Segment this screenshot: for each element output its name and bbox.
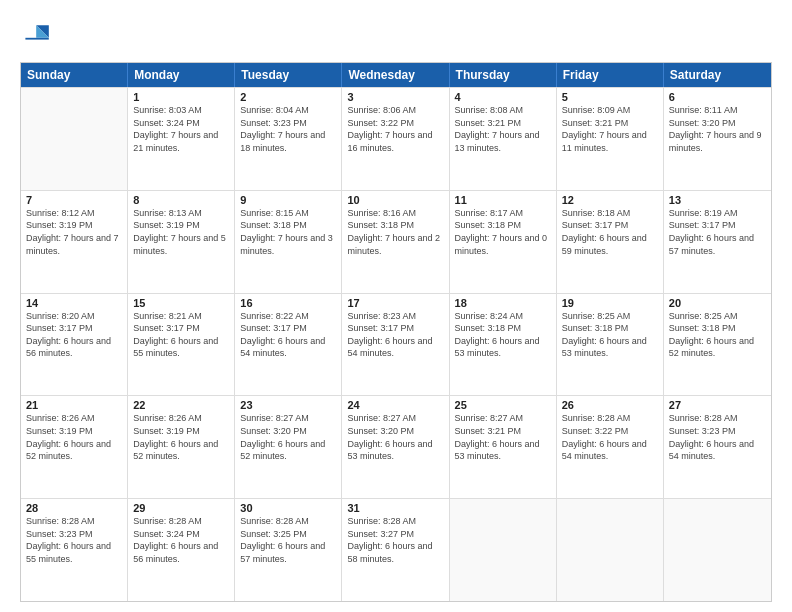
sunrise-line: Sunrise: 8:18 AM	[562, 207, 658, 220]
sunset-line: Sunset: 3:20 PM	[347, 425, 443, 438]
daylight-line: Daylight: 6 hours and 59 minutes.	[562, 232, 658, 257]
logo-icon	[20, 18, 56, 54]
day-number: 24	[347, 399, 443, 411]
daylight-line: Daylight: 7 hours and 7 minutes.	[26, 232, 122, 257]
cal-cell: 6 Sunrise: 8:11 AM Sunset: 3:20 PM Dayli…	[664, 88, 771, 190]
cal-cell: 28 Sunrise: 8:28 AM Sunset: 3:23 PM Dayl…	[21, 499, 128, 601]
sunset-line: Sunset: 3:19 PM	[26, 219, 122, 232]
sunrise-line: Sunrise: 8:09 AM	[562, 104, 658, 117]
day-number: 20	[669, 297, 766, 309]
calendar-body: 1 Sunrise: 8:03 AM Sunset: 3:24 PM Dayli…	[21, 87, 771, 601]
sunset-line: Sunset: 3:18 PM	[240, 219, 336, 232]
sunrise-line: Sunrise: 8:23 AM	[347, 310, 443, 323]
daylight-line: Daylight: 7 hours and 18 minutes.	[240, 129, 336, 154]
sunset-line: Sunset: 3:18 PM	[455, 219, 551, 232]
cal-cell: 27 Sunrise: 8:28 AM Sunset: 3:23 PM Dayl…	[664, 396, 771, 498]
sunset-line: Sunset: 3:18 PM	[669, 322, 766, 335]
sunset-line: Sunset: 3:20 PM	[669, 117, 766, 130]
sunset-line: Sunset: 3:18 PM	[347, 219, 443, 232]
daylight-line: Daylight: 6 hours and 52 minutes.	[240, 438, 336, 463]
sunrise-line: Sunrise: 8:28 AM	[133, 515, 229, 528]
calendar-row-1: 7 Sunrise: 8:12 AM Sunset: 3:19 PM Dayli…	[21, 190, 771, 293]
sunrise-line: Sunrise: 8:03 AM	[133, 104, 229, 117]
cal-cell	[21, 88, 128, 190]
sunset-line: Sunset: 3:23 PM	[26, 528, 122, 541]
sunset-line: Sunset: 3:19 PM	[26, 425, 122, 438]
day-number: 2	[240, 91, 336, 103]
day-number: 13	[669, 194, 766, 206]
sunrise-line: Sunrise: 8:28 AM	[347, 515, 443, 528]
cal-cell: 31 Sunrise: 8:28 AM Sunset: 3:27 PM Dayl…	[342, 499, 449, 601]
sunrise-line: Sunrise: 8:27 AM	[240, 412, 336, 425]
daylight-line: Daylight: 6 hours and 52 minutes.	[26, 438, 122, 463]
sunset-line: Sunset: 3:18 PM	[455, 322, 551, 335]
sunrise-line: Sunrise: 8:27 AM	[347, 412, 443, 425]
header-cell-saturday: Saturday	[664, 63, 771, 87]
cal-cell: 3 Sunrise: 8:06 AM Sunset: 3:22 PM Dayli…	[342, 88, 449, 190]
daylight-line: Daylight: 6 hours and 53 minutes.	[455, 438, 551, 463]
sunset-line: Sunset: 3:25 PM	[240, 528, 336, 541]
day-number: 15	[133, 297, 229, 309]
cal-cell: 18 Sunrise: 8:24 AM Sunset: 3:18 PM Dayl…	[450, 294, 557, 396]
sunset-line: Sunset: 3:17 PM	[347, 322, 443, 335]
sunrise-line: Sunrise: 8:28 AM	[26, 515, 122, 528]
day-number: 12	[562, 194, 658, 206]
header	[20, 18, 772, 54]
daylight-line: Daylight: 6 hours and 52 minutes.	[669, 335, 766, 360]
sunset-line: Sunset: 3:17 PM	[26, 322, 122, 335]
cal-cell: 5 Sunrise: 8:09 AM Sunset: 3:21 PM Dayli…	[557, 88, 664, 190]
header-cell-friday: Friday	[557, 63, 664, 87]
sunrise-line: Sunrise: 8:28 AM	[562, 412, 658, 425]
daylight-line: Daylight: 6 hours and 54 minutes.	[240, 335, 336, 360]
sunset-line: Sunset: 3:19 PM	[133, 425, 229, 438]
logo	[20, 18, 60, 54]
sunset-line: Sunset: 3:20 PM	[240, 425, 336, 438]
sunrise-line: Sunrise: 8:17 AM	[455, 207, 551, 220]
sunset-line: Sunset: 3:21 PM	[455, 425, 551, 438]
day-number: 21	[26, 399, 122, 411]
header-cell-tuesday: Tuesday	[235, 63, 342, 87]
sunrise-line: Sunrise: 8:11 AM	[669, 104, 766, 117]
sunrise-line: Sunrise: 8:25 AM	[669, 310, 766, 323]
cal-cell: 19 Sunrise: 8:25 AM Sunset: 3:18 PM Dayl…	[557, 294, 664, 396]
daylight-line: Daylight: 6 hours and 57 minutes.	[240, 540, 336, 565]
day-number: 29	[133, 502, 229, 514]
header-cell-thursday: Thursday	[450, 63, 557, 87]
day-number: 9	[240, 194, 336, 206]
day-number: 7	[26, 194, 122, 206]
day-number: 6	[669, 91, 766, 103]
page: SundayMondayTuesdayWednesdayThursdayFrid…	[0, 0, 792, 612]
calendar-row-3: 21 Sunrise: 8:26 AM Sunset: 3:19 PM Dayl…	[21, 395, 771, 498]
daylight-line: Daylight: 6 hours and 58 minutes.	[347, 540, 443, 565]
day-number: 10	[347, 194, 443, 206]
cal-cell: 30 Sunrise: 8:28 AM Sunset: 3:25 PM Dayl…	[235, 499, 342, 601]
cal-cell	[664, 499, 771, 601]
cal-cell: 15 Sunrise: 8:21 AM Sunset: 3:17 PM Dayl…	[128, 294, 235, 396]
cal-cell: 16 Sunrise: 8:22 AM Sunset: 3:17 PM Dayl…	[235, 294, 342, 396]
sunset-line: Sunset: 3:23 PM	[240, 117, 336, 130]
sunset-line: Sunset: 3:27 PM	[347, 528, 443, 541]
day-number: 4	[455, 91, 551, 103]
sunrise-line: Sunrise: 8:04 AM	[240, 104, 336, 117]
cal-cell: 29 Sunrise: 8:28 AM Sunset: 3:24 PM Dayl…	[128, 499, 235, 601]
sunset-line: Sunset: 3:18 PM	[562, 322, 658, 335]
cal-cell: 26 Sunrise: 8:28 AM Sunset: 3:22 PM Dayl…	[557, 396, 664, 498]
daylight-line: Daylight: 6 hours and 55 minutes.	[26, 540, 122, 565]
sunset-line: Sunset: 3:24 PM	[133, 528, 229, 541]
day-number: 25	[455, 399, 551, 411]
cal-cell: 1 Sunrise: 8:03 AM Sunset: 3:24 PM Dayli…	[128, 88, 235, 190]
sunrise-line: Sunrise: 8:15 AM	[240, 207, 336, 220]
daylight-line: Daylight: 6 hours and 53 minutes.	[347, 438, 443, 463]
sunrise-line: Sunrise: 8:26 AM	[26, 412, 122, 425]
cal-cell: 10 Sunrise: 8:16 AM Sunset: 3:18 PM Dayl…	[342, 191, 449, 293]
sunrise-line: Sunrise: 8:21 AM	[133, 310, 229, 323]
header-cell-sunday: Sunday	[21, 63, 128, 87]
sunrise-line: Sunrise: 8:26 AM	[133, 412, 229, 425]
sunset-line: Sunset: 3:22 PM	[562, 425, 658, 438]
sunrise-line: Sunrise: 8:12 AM	[26, 207, 122, 220]
sunrise-line: Sunrise: 8:28 AM	[669, 412, 766, 425]
daylight-line: Daylight: 7 hours and 0 minutes.	[455, 232, 551, 257]
daylight-line: Daylight: 6 hours and 53 minutes.	[455, 335, 551, 360]
cal-cell	[450, 499, 557, 601]
daylight-line: Daylight: 7 hours and 21 minutes.	[133, 129, 229, 154]
